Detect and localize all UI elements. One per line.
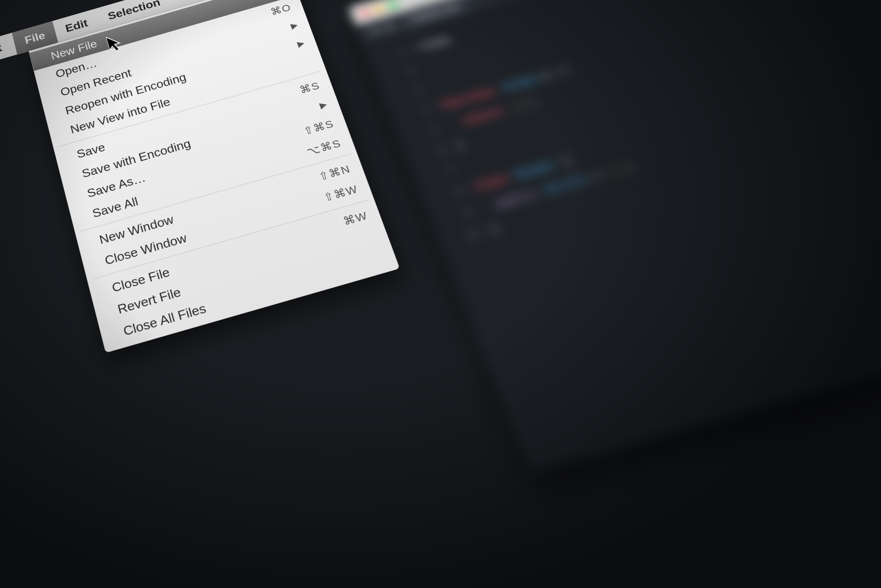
editor-window: ◀ ▶ header.php 1<?php234function render(… [349, 0, 881, 474]
traffic-minimize-icon[interactable] [374, 4, 384, 14]
code-content [430, 81, 435, 92]
menu-item-shortcut: ⌥⌘S [305, 136, 343, 158]
submenu-arrow-icon: ▶ [290, 20, 299, 31]
editor-body: 1<?php234function render() {5 return '…'… [363, 0, 881, 266]
code-content: } [489, 221, 501, 236]
submenu-arrow-icon: ▶ [318, 99, 328, 111]
submenu-arrow-icon: ▶ [296, 38, 306, 48]
code-content: } [454, 138, 466, 152]
traffic-close-icon[interactable] [360, 9, 370, 18]
menu-item-shortcut: ⇧⌘W [322, 182, 360, 204]
code-content [422, 62, 427, 73]
nav-forward-icon[interactable]: ▶ [384, 19, 396, 32]
menu-item-shortcut: ⌘O [269, 2, 293, 18]
menu-item-shortcut: ⌘W [341, 209, 369, 228]
code-content [463, 160, 468, 172]
traffic-zoom-icon[interactable] [388, 0, 398, 9]
nav-back-icon[interactable]: ◀ [368, 24, 380, 36]
menubar-app-name: Sublime Text [0, 38, 16, 86]
menu-item-shortcut: ⌘S [298, 79, 321, 96]
file-menu-dropdown: New File⌘NOpen…⌘OOpen Recent▶Reopen with… [29, 0, 400, 353]
